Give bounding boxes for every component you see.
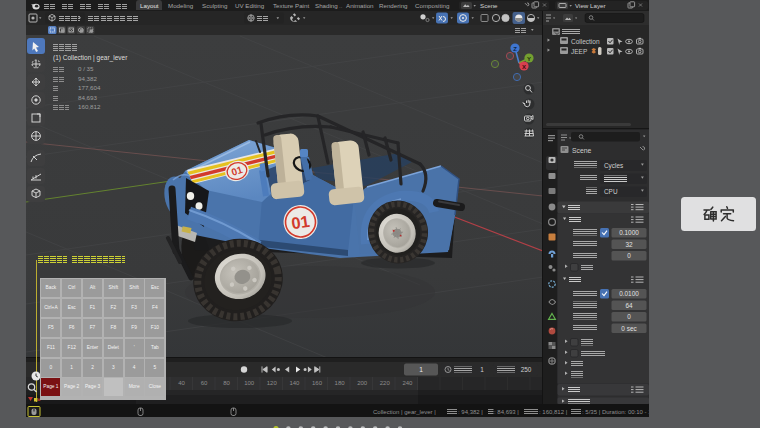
svg-text:80: 80 bbox=[223, 380, 230, 386]
svg-text:120: 120 bbox=[267, 380, 278, 386]
svg-text:1: 1 bbox=[480, 366, 484, 373]
svg-text:0: 0 bbox=[627, 252, 631, 259]
svg-text:32: 32 bbox=[625, 241, 633, 248]
svg-text:64: 64 bbox=[625, 302, 633, 309]
svg-text:CPU: CPU bbox=[604, 188, 618, 195]
svg-text:1: 1 bbox=[419, 366, 423, 373]
svg-text:Collection: Collection bbox=[571, 38, 600, 45]
svg-text:Scene: Scene bbox=[480, 2, 498, 9]
svg-text:40: 40 bbox=[178, 380, 185, 386]
svg-text:X: X bbox=[522, 64, 526, 70]
svg-text:200: 200 bbox=[357, 380, 368, 386]
svg-text:0.1000: 0.1000 bbox=[619, 229, 639, 236]
svg-text:140: 140 bbox=[289, 380, 300, 386]
svg-text:Scene: Scene bbox=[572, 147, 591, 154]
svg-text:250: 250 bbox=[521, 366, 532, 373]
svg-text:Z: Z bbox=[513, 46, 517, 52]
svg-text:160: 160 bbox=[312, 380, 323, 386]
svg-text:220: 220 bbox=[380, 380, 391, 386]
svg-text:0.0100: 0.0100 bbox=[619, 290, 639, 297]
svg-text:0: 0 bbox=[627, 313, 631, 320]
svg-text:60: 60 bbox=[201, 380, 208, 386]
svg-text:100: 100 bbox=[244, 380, 255, 386]
svg-text:01: 01 bbox=[290, 212, 311, 232]
svg-text:Y: Y bbox=[527, 56, 531, 62]
svg-text:0 sec: 0 sec bbox=[621, 325, 637, 332]
svg-text:View Layer: View Layer bbox=[575, 2, 606, 9]
svg-text:JEEP: JEEP bbox=[571, 48, 587, 55]
svg-text:Cycles: Cycles bbox=[604, 162, 623, 170]
svg-text:240: 240 bbox=[402, 380, 413, 386]
svg-text:180: 180 bbox=[335, 380, 346, 386]
